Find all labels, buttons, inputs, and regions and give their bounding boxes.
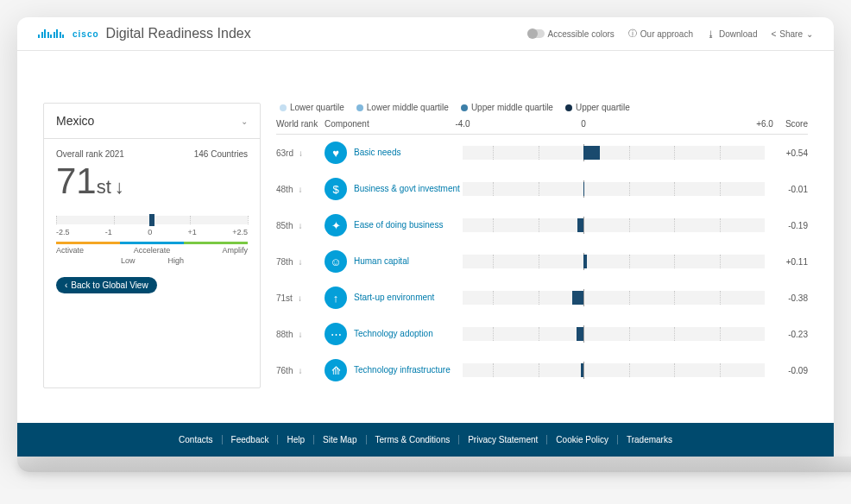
footer-link[interactable]: Cookie Policy	[547, 435, 618, 444]
component-row: 76th↓⟰Technology infrastructure-0.09	[276, 352, 808, 388]
component-bar-chart	[463, 218, 765, 232]
page-title: Digital Readiness Index	[106, 26, 251, 41]
brand-text: cisco	[72, 29, 99, 39]
score-value: +0.54	[765, 148, 808, 158]
chevron-down-icon: ⌄	[241, 117, 248, 126]
trend-down-icon: ↓	[115, 176, 124, 198]
trend-down-icon: ↓	[298, 221, 302, 230]
trend-down-icon: ↓	[298, 366, 302, 375]
component-row: 71st↓↑Start-up environment-0.38	[276, 280, 808, 316]
footer-link[interactable]: Feedback	[223, 435, 279, 444]
component-link[interactable]: Basic needs	[354, 148, 400, 158]
legend-item: Upper quartile	[565, 103, 630, 112]
footer-link[interactable]: Contacts	[170, 435, 222, 444]
share-icon: <	[771, 29, 776, 39]
countries-count: 146 Countries	[194, 149, 248, 159]
component-bar-chart	[463, 255, 765, 268]
component-row: 63rd↓♥Basic needs+0.54	[276, 135, 808, 171]
score-value: -0.38	[765, 293, 808, 303]
table-header: World rank Component -4.0 0 +6.0 Score	[276, 119, 808, 135]
component-row: 48th↓$Business & govt investment-0.01	[276, 171, 808, 207]
component-bar-chart	[463, 363, 765, 377]
world-rank-value: 85th	[276, 221, 293, 230]
component-link[interactable]: Ease of doing business	[354, 220, 443, 230]
component-bar-chart	[463, 327, 765, 341]
component-icon: ✦	[325, 214, 347, 236]
download-icon: ⭳	[707, 29, 715, 39]
component-link[interactable]: Business & govt investment	[354, 184, 460, 194]
world-rank-value: 88th	[276, 330, 293, 339]
world-rank-value: 76th	[276, 366, 293, 375]
component-link[interactable]: Technology adoption	[354, 329, 433, 339]
country-selector[interactable]: Mexico ⌄	[44, 104, 260, 139]
world-rank-value: 71st	[276, 293, 293, 303]
trend-down-icon: ↓	[298, 293, 302, 303]
legend-item: Upper middle quartile	[461, 103, 553, 112]
legend-item: Lower quartile	[280, 103, 344, 112]
accessible-colors-toggle[interactable]: Accessible colors	[527, 29, 615, 39]
component-bar-chart	[463, 291, 765, 305]
footer-link[interactable]: Privacy Statement	[459, 435, 547, 444]
readiness-gauge: -2.5-10+1+2.5 ActivateAccelerateAmplify …	[44, 209, 260, 265]
score-value: -0.09	[765, 366, 808, 375]
rank-label: Overall rank 2021	[56, 149, 124, 159]
score-value: -0.19	[765, 221, 808, 230]
footer-link[interactable]: Help	[278, 435, 314, 444]
trend-down-icon: ↓	[298, 257, 302, 267]
col-world-rank: World rank	[276, 119, 325, 129]
component-icon: $	[325, 178, 347, 200]
footer-link[interactable]: Terms & Conditions	[367, 435, 460, 444]
country-summary-card: Mexico ⌄ Overall rank 2021 146 Countries…	[43, 103, 261, 388]
score-value: +0.11	[765, 257, 808, 267]
trend-down-icon: ↓	[298, 185, 302, 194]
component-link[interactable]: Technology infrastructure	[354, 365, 451, 375]
col-axis: -4.0 0 +6.0	[463, 119, 765, 129]
world-rank-value: 48th	[276, 185, 293, 194]
score-value: -0.01	[765, 185, 808, 194]
country-name: Mexico	[56, 114, 94, 128]
info-icon: ⓘ	[628, 28, 637, 40]
overall-rank: 71st ↓	[56, 161, 248, 202]
toggle-icon	[527, 29, 545, 38]
component-link[interactable]: Start-up environment	[354, 293, 434, 303]
chevron-left-icon: ‹	[65, 280, 67, 290]
component-row: 85th↓✦Ease of doing business-0.19	[276, 207, 808, 243]
cisco-logo	[38, 29, 64, 38]
footer-link[interactable]: Site Map	[314, 435, 366, 444]
component-icon: ↑	[325, 287, 347, 309]
component-bar-chart	[463, 146, 765, 160]
component-row: 78th↓☺Human capital+0.11	[276, 243, 808, 280]
world-rank-value: 78th	[276, 257, 293, 267]
component-icon: ⋯	[325, 323, 347, 345]
trend-down-icon: ↓	[299, 148, 303, 158]
component-icon: ♥	[325, 142, 347, 164]
footer-link[interactable]: Trademarks	[618, 435, 681, 444]
component-icon: ⟰	[325, 359, 347, 381]
component-bar-chart	[463, 182, 765, 196]
component-row: 88th↓⋯Technology adoption-0.23	[276, 316, 808, 352]
our-approach-link[interactable]: ⓘ Our approach	[628, 28, 693, 40]
legend-item: Lower middle quartile	[356, 103, 449, 112]
trend-down-icon: ↓	[298, 330, 302, 339]
footer: ContactsFeedbackHelpSite MapTerms & Cond…	[17, 423, 834, 457]
quartile-legend: Lower quartileLower middle quartileUpper…	[276, 103, 808, 112]
chevron-down-icon: ⌄	[806, 29, 813, 39]
world-rank-value: 63rd	[276, 148, 293, 158]
component-icon: ☺	[325, 250, 347, 273]
download-button[interactable]: ⭳ Download	[707, 29, 757, 39]
back-to-global-button[interactable]: ‹ Back to Global View	[56, 277, 157, 293]
share-button[interactable]: < Share ⌄	[771, 29, 813, 39]
col-component: Component	[325, 119, 463, 129]
component-link[interactable]: Human capital	[354, 256, 409, 267]
score-value: -0.23	[765, 330, 808, 339]
app-header: cisco Digital Readiness Index Accessible…	[17, 17, 834, 51]
